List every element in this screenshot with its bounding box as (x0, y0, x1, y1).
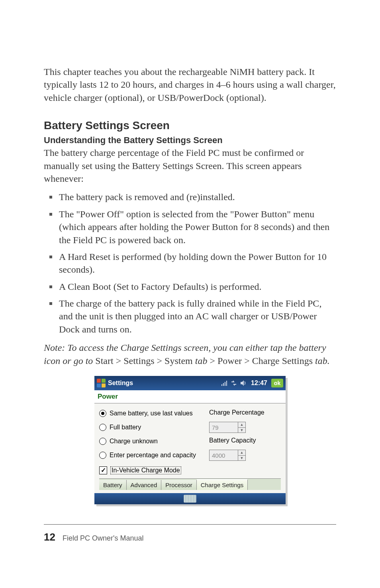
radio-same-battery-label: Same battery, use last values (110, 410, 193, 417)
settings-panel: Same battery, use last values Charge Per… (94, 403, 286, 493)
paragraph-1: The battery charge percentage of the Fie… (44, 146, 336, 185)
svg-rect-0 (221, 384, 222, 386)
charge-percentage-input[interactable]: 79 ▲▼ (209, 422, 246, 433)
screenshot-power-settings: Settings 12:47 ok Power (94, 376, 286, 504)
spin-up-icon[interactable]: ▲ (238, 450, 245, 456)
radio-full-battery-label: Full battery (110, 424, 141, 431)
note-paragraph: Note: To access the Charge Settings scre… (44, 341, 336, 367)
radio-enter-percentage[interactable] (99, 452, 106, 459)
spin-down-icon[interactable]: ▼ (238, 456, 245, 461)
keyboard-icon[interactable] (184, 495, 196, 503)
charge-percentage-label: Charge Percentage (209, 409, 281, 416)
charge-percentage-value: 79 (210, 422, 238, 433)
spin-up-icon[interactable]: ▲ (238, 422, 245, 428)
battery-capacity-input[interactable]: 4000 ▲▼ (209, 450, 246, 461)
ok-button[interactable]: ok (271, 379, 283, 387)
section-heading: Battery Settings Screen (44, 119, 336, 132)
note-path-1: Start > Settings > System (95, 356, 195, 366)
radio-full-battery[interactable] (99, 424, 106, 431)
list-item: The "Power Off" option is selected from … (44, 208, 336, 246)
window-title: Settings (108, 380, 133, 387)
radio-enter-percentage-label: Enter percentage and capacity (110, 452, 196, 459)
list-item: A Hard Reset is performed (by holding do… (44, 250, 336, 276)
battery-capacity-label: Battery Capacity (209, 437, 281, 444)
radio-charge-unknown[interactable] (99, 438, 106, 445)
clock[interactable]: 12:47 (251, 380, 267, 387)
radio-charge-unknown-label: Charge unknown (110, 438, 158, 445)
checkbox-in-vehicle[interactable] (99, 466, 107, 474)
svg-rect-3 (226, 381, 227, 386)
list-item: The charge of the battery pack is fully … (44, 297, 336, 336)
svg-rect-2 (225, 382, 225, 386)
intro-paragraph: This chapter teaches you about the recha… (44, 65, 336, 104)
applet-title: Power (94, 390, 286, 403)
tab-battery[interactable]: Battery (99, 480, 127, 490)
volume-icon[interactable] (240, 380, 247, 387)
note-tab-word: tab (195, 356, 208, 366)
svg-marker-4 (241, 380, 244, 386)
note-path-2: Power > Charge Settings (217, 356, 315, 366)
window-titlebar: Settings 12:47 ok (94, 376, 286, 390)
footer-text: Field PC Owner's Manual (63, 534, 144, 543)
svg-rect-1 (223, 383, 224, 386)
sip-bar (94, 493, 286, 504)
note-sep: > (207, 356, 217, 366)
checkbox-in-vehicle-label: In-Vehicle Charge Mode (110, 466, 181, 474)
start-icon[interactable] (97, 379, 106, 387)
connectivity-icon[interactable] (230, 380, 237, 387)
tab-processor[interactable]: Processor (161, 480, 197, 490)
tab-bar: Battery Advanced Processor Charge Settin… (99, 478, 281, 490)
bullet-list: The battery pack is removed and (re)inst… (44, 191, 336, 336)
note-tab-word-2: tab. (315, 356, 330, 366)
page-footer: 12 Field PC Owner's Manual (44, 524, 336, 543)
radio-same-battery[interactable] (99, 410, 106, 417)
list-item: A Clean Boot (Set to Factory Defaults) i… (44, 280, 336, 293)
battery-capacity-value: 4000 (210, 450, 238, 460)
tab-advanced[interactable]: Advanced (127, 480, 162, 490)
subsection-heading: Understanding the Battery Settings Scree… (44, 135, 336, 146)
page-number: 12 (44, 531, 55, 543)
tab-charge-settings[interactable]: Charge Settings (197, 479, 248, 490)
signal-icon[interactable] (221, 380, 228, 387)
spin-down-icon[interactable]: ▼ (238, 428, 245, 433)
list-item: The battery pack is removed and (re)inst… (44, 191, 336, 203)
